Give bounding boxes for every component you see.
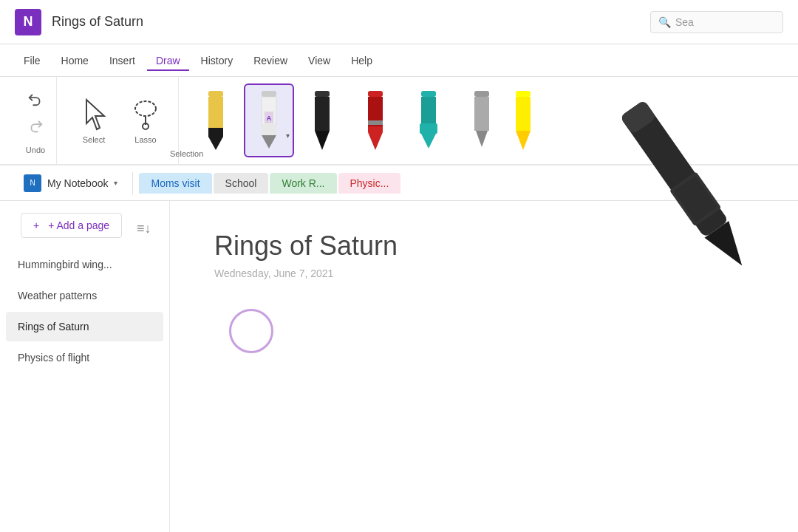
lasso-label: Lasso bbox=[134, 135, 156, 144]
pen-6-icon bbox=[471, 91, 492, 150]
select-tool[interactable]: Select bbox=[75, 94, 113, 147]
lasso-icon bbox=[131, 97, 160, 132]
app-title: Rings of Saturn bbox=[52, 14, 650, 30]
redo-button[interactable] bbox=[24, 114, 47, 137]
page-item-physics[interactable]: Physics of flight bbox=[6, 343, 163, 372]
pen-4-icon bbox=[365, 91, 386, 150]
pen-1-icon bbox=[205, 91, 226, 150]
pen-3-icon bbox=[312, 91, 332, 150]
menu-home[interactable]: Home bbox=[52, 50, 98, 71]
notebook-chevron-icon: ▾ bbox=[114, 179, 117, 187]
menu-view[interactable]: View bbox=[299, 50, 339, 71]
onenote-logo: N bbox=[15, 9, 41, 35]
svg-rect-8 bbox=[262, 91, 276, 97]
pen-7-icon bbox=[513, 91, 533, 150]
select-label: Select bbox=[83, 135, 106, 144]
menu-bar: File Home Insert Draw History Review Vie… bbox=[0, 44, 798, 77]
pen-tool-4[interactable] bbox=[350, 83, 400, 157]
notebook-tabs: Moms visit School Work R... Physic... bbox=[139, 173, 400, 194]
selection-group: Select Lasso Selection bbox=[63, 77, 179, 164]
menu-draw[interactable]: Draw bbox=[147, 50, 189, 71]
svg-rect-27 bbox=[474, 97, 489, 131]
pen-tool-5[interactable] bbox=[403, 83, 454, 157]
pen-tools: A ▾ bbox=[185, 77, 542, 164]
svg-rect-19 bbox=[368, 126, 383, 132]
svg-rect-5 bbox=[208, 97, 223, 131]
svg-rect-29 bbox=[516, 91, 531, 97]
sidebar: + + Add a page ≡↓ Hummingbird wing... We… bbox=[0, 201, 170, 532]
svg-rect-12 bbox=[262, 125, 276, 135]
svg-marker-16 bbox=[315, 131, 330, 150]
page-item-weather[interactable]: Weather patterns bbox=[6, 281, 163, 310]
pen-tool-1[interactable] bbox=[191, 83, 241, 157]
search-icon: 🔍 bbox=[658, 16, 671, 28]
svg-marker-28 bbox=[476, 131, 488, 147]
menu-help[interactable]: Help bbox=[342, 50, 381, 71]
page-item-hummingbird[interactable]: Hummingbird wing... bbox=[6, 250, 163, 279]
pen-dropdown-arrow: ▾ bbox=[286, 132, 290, 140]
title-bar: N Rings of Saturn 🔍 Sea bbox=[0, 0, 798, 44]
undo-button[interactable] bbox=[24, 87, 47, 111]
tab-moms-visit[interactable]: Moms visit bbox=[139, 173, 211, 194]
add-page-button[interactable]: + + Add a page bbox=[21, 213, 122, 238]
tab-physics[interactable]: Physic... bbox=[338, 173, 401, 194]
svg-marker-0 bbox=[86, 100, 104, 129]
svg-rect-17 bbox=[368, 91, 383, 97]
svg-rect-15 bbox=[315, 97, 330, 131]
notebook-icon: N bbox=[24, 174, 41, 192]
menu-insert[interactable]: Insert bbox=[100, 50, 144, 71]
sort-icon[interactable]: ≡↓ bbox=[137, 221, 151, 236]
svg-rect-14 bbox=[315, 91, 330, 97]
tab-separator bbox=[132, 172, 133, 194]
content-area: Rings of Saturn Wednesday, June 7, 2021 bbox=[170, 201, 798, 532]
svg-marker-13 bbox=[262, 135, 276, 149]
svg-rect-30 bbox=[516, 97, 531, 131]
main-content: + + Add a page ≡↓ Hummingbird wing... We… bbox=[0, 201, 798, 532]
menu-history[interactable]: History bbox=[192, 50, 242, 71]
svg-rect-26 bbox=[474, 91, 489, 97]
tab-school[interactable]: School bbox=[214, 173, 269, 194]
pen-2-icon: A bbox=[259, 91, 279, 150]
drawing-decoration bbox=[229, 309, 273, 353]
page-date: Wednesday, June 7, 2021 bbox=[214, 267, 754, 279]
tab-work[interactable]: Work R... bbox=[270, 173, 336, 194]
pen-tool-6[interactable] bbox=[457, 83, 507, 157]
svg-rect-6 bbox=[208, 128, 223, 137]
notebook-selector[interactable]: N My Notebook ▾ bbox=[15, 168, 126, 198]
undo-redo-group bbox=[24, 87, 47, 137]
svg-rect-21 bbox=[368, 120, 383, 125]
page-title: Rings of Saturn bbox=[214, 231, 754, 262]
svg-marker-20 bbox=[368, 132, 383, 150]
svg-rect-24 bbox=[420, 123, 437, 134]
cursor-icon bbox=[81, 97, 107, 132]
svg-rect-4 bbox=[208, 91, 223, 97]
undo-label: Undo bbox=[26, 146, 45, 154]
svg-rect-33 bbox=[620, 100, 657, 135]
pen-tool-3[interactable] bbox=[297, 83, 347, 157]
notebook-section: N My Notebook ▾ Moms visit School Work R… bbox=[0, 166, 798, 201]
page-item-saturn[interactable]: Rings of Saturn bbox=[6, 312, 163, 341]
menu-review[interactable]: Review bbox=[245, 50, 296, 71]
svg-marker-7 bbox=[208, 137, 223, 150]
undo-group: Undo bbox=[15, 77, 57, 164]
pen-tool-7[interactable] bbox=[510, 83, 536, 157]
svg-rect-18 bbox=[368, 97, 383, 131]
add-page-label: + Add a page bbox=[48, 219, 109, 231]
add-page-plus-icon: + bbox=[33, 219, 39, 231]
pen-5-icon bbox=[418, 91, 439, 150]
lasso-tool[interactable]: Lasso bbox=[125, 94, 166, 147]
toolbar: Undo Select Lasso Selection bbox=[0, 77, 798, 166]
search-placeholder: Sea bbox=[675, 16, 694, 28]
svg-text:A: A bbox=[267, 115, 272, 122]
svg-point-1 bbox=[135, 101, 156, 116]
svg-rect-22 bbox=[421, 91, 436, 97]
svg-marker-31 bbox=[516, 131, 531, 150]
page-list-header: + + Add a page ≡↓ bbox=[0, 210, 169, 250]
svg-rect-23 bbox=[421, 97, 436, 125]
search-box[interactable]: 🔍 Sea bbox=[650, 11, 783, 33]
menu-file[interactable]: File bbox=[15, 50, 50, 71]
pen-tool-2[interactable]: A ▾ bbox=[244, 83, 294, 157]
notebook-name: My Notebook bbox=[47, 177, 108, 189]
svg-marker-25 bbox=[421, 134, 436, 149]
